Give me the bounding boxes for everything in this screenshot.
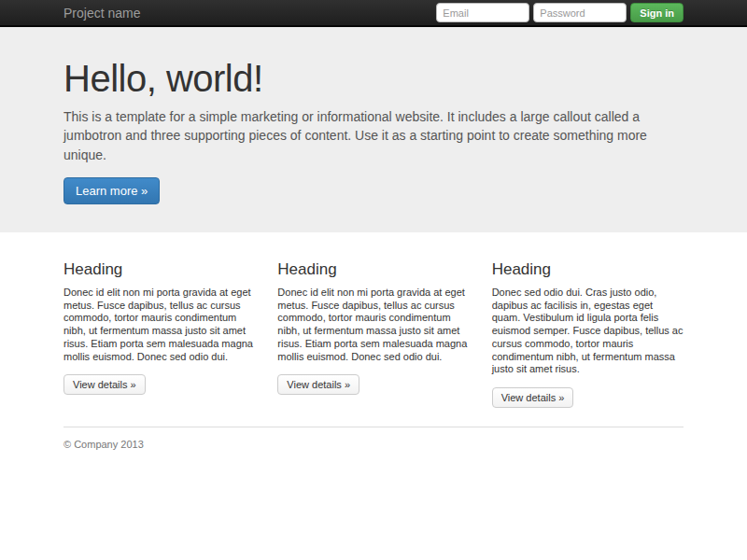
view-details-button-2[interactable]: View details » <box>277 374 359 395</box>
email-field[interactable] <box>436 3 529 22</box>
jumbotron-title: Hello, world! <box>63 58 684 100</box>
jumbotron-description: This is a template for a simple marketin… <box>63 107 684 164</box>
column-heading: Heading <box>63 260 255 279</box>
signin-form: Sign in <box>436 3 684 22</box>
jumbotron: Hello, world! This is a template for a s… <box>0 27 747 232</box>
footer-divider <box>63 427 684 427</box>
column-heading: Heading <box>492 260 684 279</box>
marketing-column-3: Heading Donec sed odio dui. Cras justo o… <box>492 260 684 408</box>
learn-more-button[interactable]: Learn more » <box>63 177 160 204</box>
password-field[interactable] <box>533 3 627 22</box>
copyright-text: © Company 2013 <box>63 439 684 450</box>
navbar-brand-link[interactable]: Project name <box>63 6 140 21</box>
page-footer: © Company 2013 <box>63 427 684 450</box>
column-body-text: Donec sed odio dui. Cras justo odio, dap… <box>492 287 684 376</box>
view-details-button-1[interactable]: View details » <box>63 374 146 395</box>
marketing-column-1: Heading Donec id elit non mi porta gravi… <box>63 260 255 408</box>
marketing-column-2: Heading Donec id elit non mi porta gravi… <box>277 260 469 408</box>
sign-in-button[interactable]: Sign in <box>630 3 684 22</box>
marketing-columns: Heading Donec id elit non mi porta gravi… <box>63 260 684 408</box>
column-body-text: Donec id elit non mi porta gravida at eg… <box>63 287 255 364</box>
column-heading: Heading <box>277 260 469 279</box>
view-details-button-3[interactable]: View details » <box>492 387 574 408</box>
top-navbar: Project name Sign in <box>0 0 747 27</box>
column-body-text: Donec id elit non mi porta gravida at eg… <box>277 287 469 364</box>
